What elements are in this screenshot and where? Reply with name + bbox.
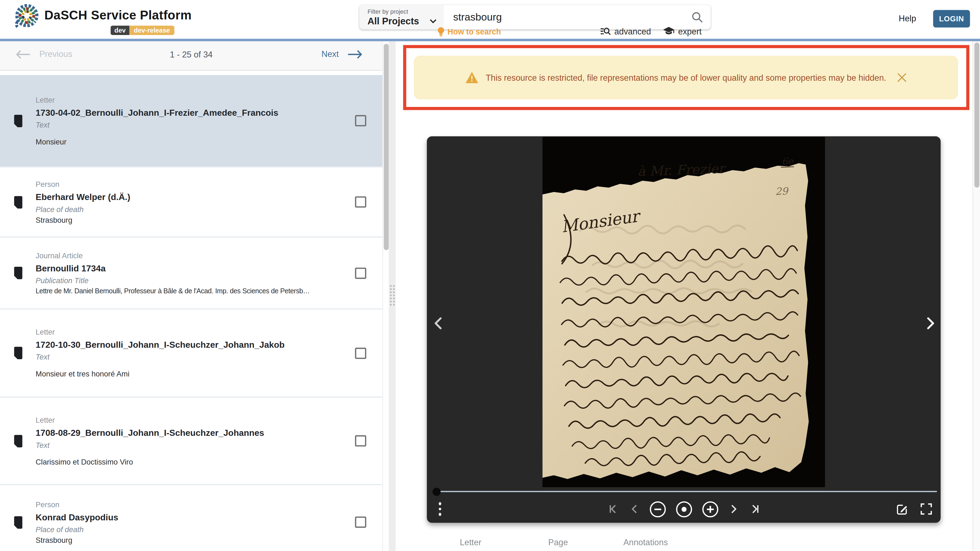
manuscript-page-number: 29 bbox=[775, 185, 789, 197]
dev-badge: dev bbox=[111, 26, 130, 35]
search-results-panel: Previous 1 - 25 of 34 Next Letter 1730-0… bbox=[0, 41, 383, 551]
manuscript-folio-mark: 6e bbox=[781, 156, 794, 167]
restricted-notice-text: This resource is restricted, file repres… bbox=[485, 73, 886, 82]
result-item[interactable]: Journal Article Bernoullid 1734a Publica… bbox=[0, 236, 383, 308]
lightbulb-icon bbox=[438, 27, 444, 37]
result-item[interactable]: Letter 1730-04-02_Bernoulli_Johann_I-Fre… bbox=[0, 75, 383, 166]
result-property: Text bbox=[35, 441, 355, 449]
manuscript-image: à Mr. Frezier 6e 29 Monsieur bbox=[542, 137, 825, 487]
edit-icon bbox=[896, 503, 908, 515]
result-checkbox[interactable] bbox=[355, 435, 366, 446]
result-property: Text bbox=[35, 353, 355, 361]
expert-search-icon bbox=[663, 27, 674, 36]
next-page-button[interactable]: Next bbox=[321, 49, 362, 59]
result-title: Eberhard Welper (d.Ä.) bbox=[35, 192, 355, 202]
first-page-button[interactable] bbox=[606, 503, 619, 516]
result-item[interactable]: Person Eberhard Welper (d.Ä.) Place of d… bbox=[0, 166, 383, 236]
chevron-right-icon bbox=[728, 503, 739, 516]
last-page-button[interactable] bbox=[748, 503, 761, 516]
project-filter-value: All Projects bbox=[368, 16, 419, 26]
project-filter-dropdown[interactable]: Filter by project All Projects bbox=[359, 5, 444, 29]
expert-search-label: expert bbox=[678, 27, 702, 36]
advanced-search-icon bbox=[600, 27, 611, 36]
advanced-search-label: advanced bbox=[614, 27, 651, 36]
window-scrollbar[interactable] bbox=[973, 41, 980, 551]
result-checkbox[interactable] bbox=[355, 196, 366, 208]
close-icon bbox=[897, 73, 906, 82]
zoom-in-button[interactable] bbox=[702, 501, 719, 518]
dasch-service-platform-app: DaSCH Service Platform dev dev-release F… bbox=[0, 0, 980, 551]
drag-dots-icon bbox=[390, 285, 396, 306]
file-icon bbox=[12, 113, 24, 128]
annotate-button[interactable] bbox=[896, 503, 908, 515]
result-item[interactable]: Letter 1720-10-30_Bernoulli_Johann_I-Sch… bbox=[0, 308, 383, 397]
fullscreen-button[interactable] bbox=[921, 503, 932, 514]
tab-annotations[interactable]: Annotations bbox=[602, 532, 689, 551]
chevron-right-icon bbox=[923, 317, 937, 330]
search-field bbox=[444, 5, 683, 29]
result-type: Person bbox=[35, 500, 355, 509]
arrow-right-icon bbox=[348, 50, 363, 59]
dev-release-badge: dev-release bbox=[129, 26, 174, 35]
result-property: Text bbox=[35, 120, 355, 129]
tab-page[interactable]: Page bbox=[514, 532, 602, 551]
advanced-search-button[interactable]: advanced bbox=[600, 27, 651, 36]
result-checkbox[interactable] bbox=[355, 347, 366, 359]
file-icon bbox=[12, 346, 24, 360]
result-type: Letter bbox=[35, 328, 355, 336]
expert-search-button[interactable]: expert bbox=[663, 27, 702, 36]
chevron-left-icon bbox=[432, 317, 445, 330]
result-value: Monsieur et tres honoré Ami bbox=[35, 369, 355, 378]
project-filter-label: Filter by project bbox=[368, 8, 438, 15]
previous-page-viewer-button[interactable] bbox=[628, 503, 640, 516]
result-title: 1720-10-30_Bernoulli_Johann_I-Scheuchzer… bbox=[35, 339, 355, 350]
header: DaSCH Service Platform dev dev-release F… bbox=[0, 0, 980, 39]
results-list: Letter 1730-04-02_Bernoulli_Johann_I-Fre… bbox=[0, 75, 383, 551]
chevron-left-icon bbox=[628, 503, 640, 516]
search-bar: Filter by project All Projects bbox=[359, 5, 711, 29]
results-pagination: Previous 1 - 25 of 34 Next bbox=[0, 41, 383, 70]
chevron-down-icon bbox=[429, 18, 436, 23]
zoom-out-button[interactable] bbox=[649, 501, 666, 518]
result-title: Konrad Dasypodius bbox=[35, 512, 355, 522]
previous-image-button[interactable] bbox=[432, 317, 445, 330]
results-scrollbar-thumb[interactable] bbox=[383, 44, 388, 250]
result-value: Lettre de Mr. Daniel Bernoulli, Professe… bbox=[35, 287, 355, 295]
warning-icon bbox=[466, 72, 478, 83]
page-slider-track[interactable] bbox=[436, 491, 937, 492]
dasch-logo[interactable] bbox=[13, 3, 43, 28]
panel-splitter-handle[interactable] bbox=[389, 41, 396, 551]
result-type: Letter bbox=[35, 416, 355, 424]
reset-zoom-button[interactable] bbox=[675, 501, 692, 518]
search-input[interactable] bbox=[444, 11, 683, 23]
window-scrollbar-thumb[interactable] bbox=[974, 42, 979, 187]
result-value: Strasbourg bbox=[35, 215, 355, 224]
result-type: Journal Article bbox=[35, 252, 355, 260]
app-title: DaSCH Service Platform bbox=[44, 8, 192, 23]
how-to-search-link[interactable]: How to search bbox=[438, 27, 501, 37]
result-checkbox[interactable] bbox=[355, 115, 366, 126]
search-submit-button[interactable] bbox=[683, 5, 711, 29]
file-icon bbox=[12, 434, 24, 448]
restricted-notice-highlight: This resource is restricted, file repres… bbox=[403, 45, 969, 110]
close-notice-button[interactable] bbox=[897, 73, 906, 82]
zoom-out-icon bbox=[649, 501, 666, 518]
page-slider-knob[interactable] bbox=[433, 488, 441, 496]
next-image-button[interactable] bbox=[923, 317, 937, 330]
result-item[interactable]: Letter 1708-08-29_Bernoulli_Johann_I-Sch… bbox=[0, 397, 383, 484]
next-page-viewer-button[interactable] bbox=[728, 503, 739, 516]
result-checkbox[interactable] bbox=[355, 516, 366, 528]
image-viewer: à Mr. Frezier 6e 29 Monsieur bbox=[427, 136, 940, 523]
results-scrollbar[interactable] bbox=[383, 41, 390, 551]
result-property: Place of death bbox=[35, 525, 355, 534]
result-item[interactable]: Person Konrad Dasypodius Place of death … bbox=[0, 484, 383, 551]
result-property: Publication Title bbox=[35, 276, 355, 285]
result-checkbox[interactable] bbox=[355, 267, 366, 279]
restricted-notice-banner: This resource is restricted, file repres… bbox=[414, 56, 958, 99]
tab-letter[interactable]: Letter bbox=[427, 532, 514, 551]
zoom-in-icon bbox=[702, 501, 719, 518]
help-link[interactable]: Help bbox=[899, 14, 916, 23]
result-value: Monsieur bbox=[35, 137, 355, 146]
result-type: Letter bbox=[35, 96, 355, 104]
login-button[interactable]: LOGIN bbox=[933, 10, 970, 28]
